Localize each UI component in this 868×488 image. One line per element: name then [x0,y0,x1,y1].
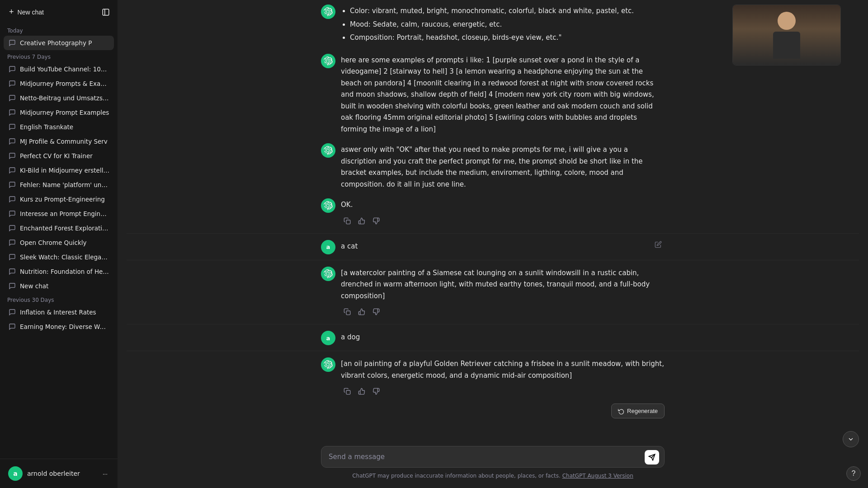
sidebar-item-sleek-watch[interactable]: Sleek Watch: Classic Elegance [4,250,114,264]
assistant-message-row: OK. [321,194,665,231]
main-content: Color: vibrant, muted, bright, monochrom… [118,0,868,488]
scroll-down-button[interactable] [843,431,859,447]
chatgpt-logo-icon [324,360,333,369]
assistant-actions [341,216,665,228]
sidebar-item-fehler[interactable]: Fehler: Name 'platform' undef [4,178,114,192]
chatgpt-logo-icon [324,146,333,155]
user-message-content: a dog [341,330,665,343]
sidebar-item-label: Kurs zu Prompt-Engineering [20,196,109,203]
assistant-message-content: OK. [341,197,665,228]
new-chat-label: New chat [18,9,44,16]
user-menu-button[interactable]: ··· [101,469,109,479]
chatgpt-logo-icon [324,269,333,278]
today-section-label: Today [4,24,114,36]
chat-icon [8,167,16,174]
input-wrapper [321,446,665,469]
sidebar-list: Today Creative Photography P ✏ 🗑 Previou… [0,24,118,459]
user-message-actions [652,239,665,251]
chat-icon [8,196,16,203]
chat-icon [8,253,16,261]
sidebar-item-label: Fehler: Name 'platform' undef [20,181,109,188]
chat-icon [8,138,16,145]
chat-icon [8,225,16,232]
sidebar-bottom: a arnold oberleiter ··· [0,459,118,488]
footer-link[interactable]: ChatGPT August 3 Version [562,473,633,479]
scroll-down-icon [847,436,854,443]
sidebar-item-ki-bild[interactable]: KI-Bild in Midjourney erstellen [4,163,114,178]
sidebar-item-label: Inflation & Interest Rates [20,309,109,316]
sidebar-item-interesse[interactable]: Interesse an Prompt Engineer [4,206,114,221]
footer-disclaimer: ChatGPT may produce inaccurate informati… [352,473,561,479]
sidebar-item-earning-money[interactable]: Earning Money: Diverse Ways [4,319,114,334]
sidebar-item-netto[interactable]: Netto-Beitrag und Umsatzsteu [4,91,114,105]
thumbs-down-button[interactable] [370,306,382,319]
sidebar-item-creative-photo[interactable]: Creative Photography P ✏ 🗑 [4,36,114,50]
message-divider [127,351,859,351]
chat-icon [8,109,16,116]
assistant-actions [341,386,665,398]
thumbs-up-icon [358,388,365,395]
sidebar-item-english[interactable]: English Trasnkate [4,120,114,134]
chatgpt-logo-icon [324,56,333,66]
sidebar-item-enchanted[interactable]: Enchanted Forest Explorations [4,221,114,235]
assistant-text: here are some examples of prompts i like… [341,55,665,136]
sidebar-item-label: Nutrition: Foundation of Healt [20,268,109,275]
new-chat-button[interactable]: + New chat [4,4,94,20]
message-divider [127,260,859,260]
svg-rect-0 [103,9,109,15]
copy-icon [344,308,351,315]
user-avatar-small: a [321,331,335,345]
sidebar-item-open-chrome[interactable]: Open Chrome Quickly [4,235,114,250]
copy-message-button[interactable] [341,216,354,228]
edit-message-button[interactable] [652,239,665,251]
regenerate-button[interactable]: Regenerate [611,404,665,418]
user-avatar-small: a [321,240,335,254]
sidebar-item-midjourney-prompts[interactable]: Midjourney Prompts & Examp [4,76,114,91]
sidebar-item-label: Sleek Watch: Classic Elegance [20,253,109,261]
svg-rect-4 [346,390,350,394]
sidebar-item-kurs[interactable]: Kurs zu Prompt-Engineering [4,192,114,206]
new-chat-icon: + [9,7,14,17]
chatgpt-logo-icon [324,7,333,16]
regenerate-label: Regenerate [627,408,658,414]
sidebar-item-midjourney-ex2[interactable]: Midjourney Prompt Examples [4,105,114,120]
help-button[interactable]: ? [846,466,861,481]
assistant-avatar [321,5,335,19]
user-message-row: a a cat [321,235,665,258]
thumbs-down-button[interactable] [370,216,382,228]
thumbs-down-button[interactable] [370,386,382,398]
sidebar-item-perfect-cv[interactable]: Perfect CV for KI Trainer [4,149,114,163]
sidebar-item-label: Netto-Beitrag und Umsatzsteu [20,94,109,102]
user-text: a cat [341,242,358,250]
thumbs-up-button[interactable] [355,306,368,319]
chat-icon [8,123,16,131]
copy-message-button[interactable] [341,386,354,398]
sidebar-item-nutrition[interactable]: Nutrition: Foundation of Healt [4,264,114,279]
sidebar-item-label: Build YouTube Channel: 100k! [20,66,109,73]
assistant-message-row: [an oil painting of a playful Golden Ret… [321,353,665,402]
assistant-avatar [321,357,335,372]
sidebar-item-label: MJ Profile & Community Serv [20,138,109,145]
regenerate-area: Regenerate [321,402,665,422]
sidebar: + New chat Today Creative Photography P … [0,0,118,488]
sidebar-item-mj-profile[interactable]: MJ Profile & Community Serv [4,134,114,149]
assistant-actions [341,306,665,319]
send-button[interactable] [645,450,659,465]
copy-icon [344,388,351,395]
thumbs-up-button[interactable] [355,386,368,398]
chat-icon [8,181,16,188]
thumbs-down-icon [373,308,380,315]
sidebar-toggle-button[interactable] [98,4,114,20]
sidebar-item-build-youtube[interactable]: Build YouTube Channel: 100k! [4,62,114,76]
sidebar-item-inflation[interactable]: Inflation & Interest Rates [4,305,114,319]
bullet-color: Color: vibrant, muted, bright, monochrom… [350,5,665,17]
chat-icon [8,94,16,102]
copy-message-button[interactable] [341,306,354,319]
sidebar-item-label: Enchanted Forest Explorations [20,225,109,232]
input-area: ChatGPT may produce inaccurate informati… [118,441,868,488]
thumbs-up-button[interactable] [355,216,368,228]
assistant-message-content: [an oil painting of a playful Golden Ret… [341,357,665,398]
sidebar-item-new-chat-2[interactable]: New chat [4,279,114,293]
message-input[interactable] [321,446,665,468]
user-profile-row[interactable]: a arnold oberleiter ··· [4,463,114,484]
